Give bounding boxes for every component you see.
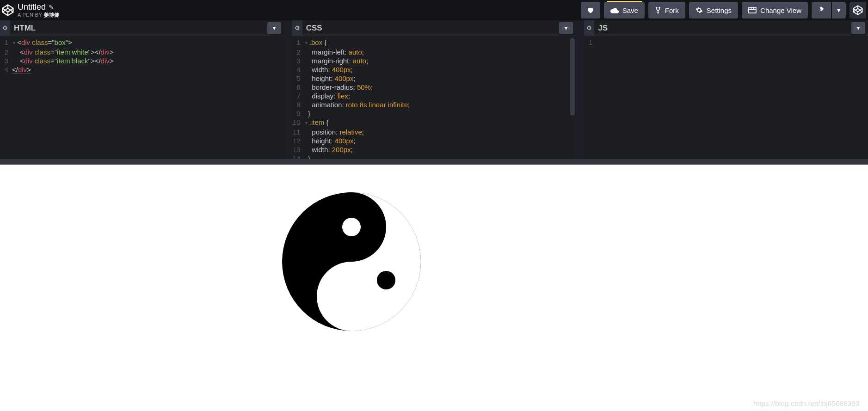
code-text[interactable]: position: relative; [304, 128, 364, 136]
settings-label: Settings [707, 6, 732, 14]
panel-html-dropdown[interactable]: ▾ [267, 22, 281, 34]
code-text[interactable]: border-radius: 50%; [304, 83, 373, 92]
pin-button[interactable] [812, 2, 831, 18]
svg-point-0 [656, 7, 658, 9]
code-line[interactable]: 4</div> [0, 65, 284, 74]
change-view-label: Change View [760, 6, 801, 14]
code-line[interactable]: 11 position: relative; [292, 128, 576, 136]
gear-icon [696, 6, 703, 14]
code-line[interactable]: 10▾ .item { [292, 118, 576, 128]
code-text[interactable]: ▾ .box { [304, 38, 327, 48]
code-line[interactable]: 1▾ .box { [292, 38, 576, 48]
yin-yang-graphic [282, 192, 421, 331]
code-line[interactable]: 12 height: 400px; [292, 136, 576, 145]
cloud-icon [610, 7, 619, 13]
code-line[interactable]: 14 } [292, 154, 576, 159]
save-label: Save [622, 6, 638, 14]
gear-icon: ⚙ [586, 25, 592, 31]
code-line[interactable]: 7 display: flex; [292, 92, 576, 100]
author-name[interactable]: 姜博健 [44, 12, 60, 18]
codepen-logo-icon[interactable] [0, 2, 16, 18]
code-text[interactable]: </div> [12, 65, 31, 74]
line-number: 14 [292, 154, 304, 159]
user-avatar[interactable] [850, 2, 866, 18]
line-number: 5 [292, 74, 304, 83]
code-editor-css[interactable]: 1▾ .box {2 margin-left: auto;3 margin-ri… [292, 36, 576, 159]
line-number: 11 [292, 128, 304, 136]
code-line[interactable]: 5 height: 400px; [292, 74, 576, 83]
byline-prefix: A PEN BY [18, 12, 44, 18]
panel-html: ⚙ HTML ▾ 1▾ <div class="box">2 <div clas… [0, 20, 284, 159]
scrollbar-thumb[interactable] [570, 38, 575, 116]
gear-icon: ⚙ [295, 25, 300, 31]
panel-html-settings[interactable]: ⚙ [0, 20, 10, 36]
fork-button[interactable]: Fork [648, 2, 685, 18]
topbar: Untitled ✎ A PEN BY 姜博健 Save Fork [0, 0, 868, 20]
code-text[interactable]: ▾ <div class="box"> [12, 38, 72, 48]
code-editor-html[interactable]: 1▾ <div class="box">2 <div class="item w… [0, 36, 284, 159]
edit-title-icon[interactable]: ✎ [49, 4, 54, 11]
code-text[interactable]: margin-right: auto; [304, 56, 368, 65]
panel-css-dropdown[interactable]: ▾ [559, 22, 573, 34]
code-line[interactable]: 1 [584, 38, 868, 47]
panel-css-settings[interactable]: ⚙ [292, 20, 302, 36]
code-line[interactable]: 4 width: 400px; [292, 65, 576, 74]
line-number: 4 [292, 65, 304, 74]
fork-label: Fork [665, 6, 679, 14]
save-button[interactable]: Save [604, 2, 645, 18]
code-line[interactable]: 9 } [292, 109, 576, 118]
code-line[interactable]: 3 margin-right: auto; [292, 56, 576, 65]
panel-css-header: ⚙ CSS ▾ [292, 20, 576, 36]
code-line[interactable]: 2 <div class="item white"></div> [0, 48, 284, 56]
code-line[interactable]: 3 <div class="item black"></div> [0, 56, 284, 65]
topbar-right: Save Fork Settings Change View [581, 2, 866, 18]
change-view-button[interactable]: Change View [742, 2, 808, 18]
code-line[interactable]: 2 margin-left: auto; [292, 48, 576, 56]
resize-handle[interactable] [0, 159, 868, 165]
line-number: 10 [292, 118, 304, 128]
code-text[interactable]: display: flex; [304, 92, 350, 100]
panel-js-settings[interactable]: ⚙ [584, 20, 594, 36]
code-line[interactable]: 6 border-radius: 50%; [292, 83, 576, 92]
panel-js-dropdown[interactable]: ▾ [851, 22, 865, 34]
svg-point-1 [659, 7, 660, 9]
line-number: 6 [292, 83, 304, 92]
line-number: 2 [292, 48, 304, 56]
pen-title[interactable]: Untitled [18, 3, 46, 12]
code-text[interactable]: height: 400px; [304, 74, 356, 83]
topbar-left: Untitled ✎ A PEN BY 姜博健 [0, 2, 60, 18]
code-text[interactable]: <div class="item white"></div> [12, 48, 114, 56]
code-editor-js[interactable]: 1 [584, 36, 868, 159]
love-button[interactable] [581, 2, 600, 18]
line-number: 8 [292, 100, 304, 109]
code-text[interactable]: } [304, 109, 310, 118]
chevron-down-icon: ▾ [837, 6, 841, 14]
svg-point-2 [657, 12, 659, 14]
code-text[interactable]: animation: roto 8s linear infinite; [304, 100, 410, 109]
line-number: 1 [0, 38, 12, 48]
line-number: 4 [0, 65, 12, 74]
panel-html-header: ⚙ HTML ▾ [0, 20, 284, 36]
settings-button[interactable]: Settings [689, 2, 738, 18]
code-text[interactable]: width: 400px; [304, 65, 353, 74]
code-text[interactable]: margin-left: auto; [304, 48, 364, 56]
line-number: 7 [292, 92, 304, 100]
code-line[interactable]: 1▾ <div class="box"> [0, 38, 284, 48]
code-text[interactable]: <div class="item black"></div> [12, 56, 114, 65]
scrollbar[interactable] [570, 38, 575, 157]
title-block: Untitled ✎ A PEN BY 姜博健 [18, 3, 60, 18]
line-number: 12 [292, 136, 304, 145]
code-text[interactable]: width: 200px; [304, 145, 353, 154]
code-text[interactable]: ▾ .item { [304, 118, 329, 128]
code-line[interactable]: 13 width: 200px; [292, 145, 576, 154]
code-text[interactable]: } [304, 154, 310, 159]
code-text[interactable]: height: 400px; [304, 136, 356, 145]
pin-dropdown[interactable]: ▾ [832, 2, 846, 18]
pen-byline: A PEN BY 姜博健 [18, 12, 60, 18]
line-number: 13 [292, 145, 304, 154]
panel-html-title: HTML [10, 24, 267, 33]
heart-icon [586, 6, 595, 14]
code-line[interactable]: 8 animation: roto 8s linear infinite; [292, 100, 576, 109]
editor-row: ⚙ HTML ▾ 1▾ <div class="box">2 <div clas… [0, 20, 868, 159]
pin-icon [818, 6, 825, 14]
